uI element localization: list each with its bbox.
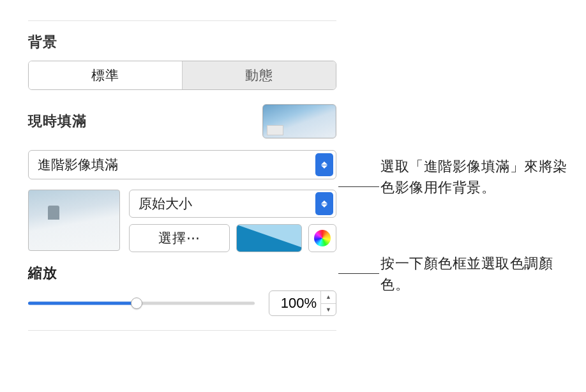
tab-standard[interactable]: 標準 xyxy=(29,61,183,89)
zoom-slider[interactable] xyxy=(28,296,255,311)
image-well[interactable] xyxy=(28,190,120,251)
panel-bottom-divider xyxy=(28,330,336,331)
current-fill-label: 現時填滿 xyxy=(28,112,87,131)
callout-color-well: 按一下顏色框並選取色調顏色。 xyxy=(380,253,578,295)
zoom-input[interactable] xyxy=(269,295,320,312)
tint-color-well[interactable] xyxy=(236,224,302,252)
section-title-background: 背景 xyxy=(28,33,336,52)
stepper-up-icon[interactable]: ▲ xyxy=(321,291,336,304)
slider-thumb[interactable] xyxy=(131,298,142,309)
popup-caret-icon xyxy=(315,192,333,215)
image-settings-row: 原始大小 選擇⋯ xyxy=(28,190,336,252)
zoom-label: 縮放 xyxy=(28,264,336,283)
fill-type-value: 進階影像填滿 xyxy=(38,156,118,174)
color-wheel-icon xyxy=(314,230,331,246)
choose-image-button[interactable]: 選擇⋯ xyxy=(129,224,230,252)
callout-line-fill xyxy=(338,186,379,187)
panel-top-divider xyxy=(28,20,336,21)
image-settings-col: 原始大小 選擇⋯ xyxy=(129,190,336,252)
popup-caret-icon xyxy=(315,153,333,176)
tab-dynamic[interactable]: 動態 xyxy=(183,61,336,89)
fill-type-popup[interactable]: 進階影像填滿 xyxy=(28,150,336,179)
zoom-stepper: ▲ ▼ xyxy=(320,291,336,315)
image-bottom-controls: 選擇⋯ xyxy=(129,224,336,252)
zoom-value-field: ▲ ▼ xyxy=(269,290,336,316)
callout-fill-type: 選取「進階影像填滿」來將染色影像用作背景。 xyxy=(380,156,578,198)
callout-line-color xyxy=(338,273,379,274)
stepper-down-icon[interactable]: ▼ xyxy=(321,304,336,316)
tab-dynamic-label: 動態 xyxy=(245,68,273,82)
zoom-row: ▲ ▼ xyxy=(28,290,336,316)
current-fill-preview[interactable] xyxy=(262,104,336,139)
background-mode-segmented: 標準 動態 xyxy=(28,61,336,90)
current-fill-row: 現時填滿 xyxy=(28,104,336,139)
choose-button-label: 選擇⋯ xyxy=(158,230,200,245)
tab-standard-label: 標準 xyxy=(91,68,119,82)
scale-type-popup[interactable]: 原始大小 xyxy=(129,190,336,218)
slider-fill xyxy=(28,302,137,305)
scale-type-value: 原始大小 xyxy=(139,195,192,213)
background-inspector-panel: 背景 標準 動態 現時填滿 進階影像填滿 原始大小 xyxy=(14,14,350,342)
color-picker-button[interactable] xyxy=(308,224,336,252)
